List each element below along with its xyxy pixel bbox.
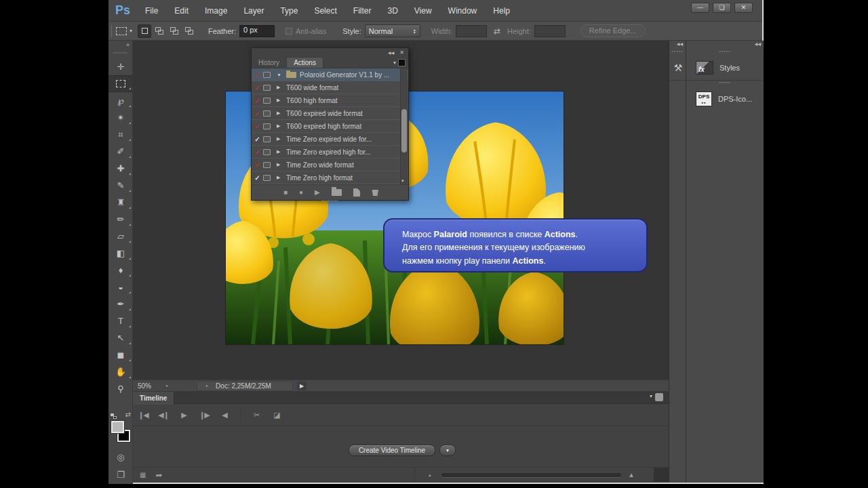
blur-tool[interactable]: ♦ xyxy=(108,262,133,279)
split-clip-button[interactable]: ✂ xyxy=(246,411,267,420)
toggle-item-check-icon[interactable]: ✓ xyxy=(252,84,263,92)
feather-input[interactable]: 0 px xyxy=(239,25,275,37)
toggle-item-check-icon[interactable]: ✓ xyxy=(252,161,263,169)
gradient-tool[interactable]: ◧ xyxy=(108,245,133,262)
menu-image[interactable]: Image xyxy=(197,0,235,22)
action-label[interactable]: T600 wide format xyxy=(286,84,338,92)
menu-select[interactable]: Select xyxy=(306,0,344,22)
toggle-item-check-icon[interactable]: ✓ xyxy=(252,136,263,143)
action-row[interactable]: ✓ ▶ T600 expired high format xyxy=(252,120,408,133)
disclosure-icon[interactable]: ▶ xyxy=(277,123,286,129)
default-colors-icon[interactable] xyxy=(111,413,117,419)
panel-menu-caret-icon[interactable]: ▾ xyxy=(393,60,396,66)
crop-tool[interactable]: ⌗ xyxy=(108,126,133,143)
new-action-set-button[interactable] xyxy=(332,189,342,196)
style-dropdown[interactable]: Normal ▲▼ xyxy=(365,24,420,37)
rectangular-marquee-tool[interactable] xyxy=(108,75,133,92)
toggle-item-check-icon[interactable]: ✓ xyxy=(252,174,263,182)
styles-panel-button[interactable]: fx Styles xyxy=(686,55,764,81)
modal-control-icon[interactable] xyxy=(263,175,271,181)
foreground-color-swatch[interactable] xyxy=(111,421,124,433)
convert-frames-icon[interactable]: ▦ xyxy=(140,471,146,479)
action-label[interactable]: Time Zero expired wide for... xyxy=(286,136,372,143)
magic-wand-tool[interactable]: ✴ xyxy=(108,109,133,126)
status-flyout-icon[interactable]: ▶ xyxy=(297,382,307,390)
eyedropper-tool[interactable]: ✐ xyxy=(108,143,133,160)
menu-layer[interactable]: Layer xyxy=(235,0,272,22)
dodge-tool[interactable]: ◒ xyxy=(108,279,133,296)
actions-scrollbar[interactable]: ▾ xyxy=(400,68,408,184)
next-frame-button[interactable]: ❙▶ xyxy=(194,411,214,420)
modal-control-icon[interactable] xyxy=(263,98,271,104)
action-row[interactable]: ✓ ▶ T600 expired wide format xyxy=(252,107,408,120)
tools-extension-panel-button[interactable]: ⚒ xyxy=(669,55,687,81)
toggle-item-check-icon[interactable]: ✓ xyxy=(252,97,263,104)
toggle-item-check-icon[interactable]: ✓ xyxy=(252,71,263,79)
disclosure-icon[interactable]: ▶ xyxy=(277,175,286,180)
refine-edge-button[interactable]: Refine Edge... xyxy=(580,24,646,37)
render-export-icon[interactable]: ➦ xyxy=(155,470,162,480)
panel-menu-swatch[interactable] xyxy=(398,59,406,66)
menu-window[interactable]: Window xyxy=(440,0,486,22)
action-set-label[interactable]: Polaroid Generator V1.1 by ... xyxy=(300,71,389,79)
menu-file[interactable]: File xyxy=(137,0,166,22)
tab-timeline[interactable]: Timeline xyxy=(133,392,174,405)
width-input[interactable] xyxy=(456,25,487,37)
close-panel-icon[interactable]: ✕ xyxy=(399,49,404,56)
options-bar-grip[interactable] xyxy=(111,25,112,37)
timeline-panel-menu-icon[interactable] xyxy=(655,393,663,401)
create-video-timeline-button[interactable]: Create Video Timeline xyxy=(349,445,435,456)
action-row[interactable]: ✓ ▶ T600 high format xyxy=(252,94,408,107)
action-row-polaroid-set[interactable]: ✓ ▼ Polaroid Generator V1.1 by ... xyxy=(252,68,408,81)
toggle-item-check-icon[interactable]: ✓ xyxy=(252,123,263,130)
zoom-in-timeline-icon[interactable]: ▲ xyxy=(628,471,635,479)
move-tool[interactable]: ✛ xyxy=(108,58,133,75)
tab-history[interactable]: History xyxy=(252,58,286,68)
delete-action-button[interactable] xyxy=(372,188,379,196)
zoom-level-field[interactable]: 50% xyxy=(133,382,164,390)
brush-tool[interactable]: ✎ xyxy=(108,177,133,194)
mute-audio-button[interactable]: ◀ xyxy=(214,411,235,420)
panel-resize-grip[interactable]: ▪▪▪▪▪▪▪▪ xyxy=(252,199,408,203)
menu-help[interactable]: Help xyxy=(485,0,518,22)
action-label[interactable]: Time Zero expired high for... xyxy=(286,148,371,156)
toggle-item-check-icon[interactable]: ✓ xyxy=(252,110,263,117)
scroll-down-icon[interactable]: ▾ xyxy=(401,178,404,184)
history-brush-tool[interactable]: ✏ xyxy=(108,211,133,228)
disclosure-icon[interactable]: ▶ xyxy=(277,149,286,155)
status-icon[interactable]: ◔ xyxy=(164,382,168,390)
close-button[interactable]: ✕ xyxy=(734,3,753,13)
tool-preset-caret-icon[interactable]: ▾ xyxy=(130,28,132,34)
modal-control-icon[interactable] xyxy=(263,149,271,155)
modal-control-icon[interactable] xyxy=(263,123,271,129)
action-row[interactable]: ✓ ▶ T600 wide format xyxy=(252,81,408,94)
hand-tool[interactable]: ✋ xyxy=(108,363,133,380)
scrollbar-thumb[interactable] xyxy=(401,109,407,152)
dock-grip[interactable]: ▪▪▪▪▪ xyxy=(686,49,764,55)
intersect-selection-button[interactable] xyxy=(182,24,196,38)
timeline-menu-caret-icon[interactable]: ▾ xyxy=(650,393,652,399)
action-row[interactable]: ✓ ▶ Time Zero expired high for... xyxy=(252,146,408,159)
new-action-button[interactable] xyxy=(353,188,360,197)
action-label[interactable]: Time Zero high format xyxy=(286,174,353,182)
menu-filter[interactable]: Filter xyxy=(345,0,380,22)
disclosure-icon[interactable]: ▶ xyxy=(277,85,286,90)
dock-grip[interactable]: ▪▪▪▪▪ xyxy=(686,81,764,86)
toolbar-grip[interactable]: ▪▪▪▪▪▪ xyxy=(108,50,132,58)
create-timeline-dropdown-button[interactable]: ▼ xyxy=(439,445,456,456)
shape-tool[interactable]: ◼ xyxy=(108,346,133,363)
dps-panel-button[interactable]: DPS▪▪ DPS-Ico... xyxy=(686,86,764,112)
modal-control-icon[interactable] xyxy=(263,162,271,168)
maximize-button[interactable]: ❏ xyxy=(713,3,731,13)
minimize-button[interactable]: — xyxy=(691,3,709,13)
disclosure-icon[interactable]: ▶ xyxy=(277,162,286,167)
new-selection-button[interactable] xyxy=(138,24,151,38)
height-input[interactable] xyxy=(534,25,566,37)
swap-colors-icon[interactable]: ⇄ xyxy=(125,411,131,418)
action-row[interactable]: ✓ ▶ Time Zero expired wide for... xyxy=(252,133,408,146)
disclosure-icon[interactable]: ▼ xyxy=(277,73,286,77)
path-selection-tool[interactable]: ↖ xyxy=(108,329,133,346)
expand-toolbar-icon[interactable]: » xyxy=(108,41,132,50)
play-action-button[interactable]: ▶ xyxy=(315,188,320,196)
menu-view[interactable]: View xyxy=(406,0,440,22)
